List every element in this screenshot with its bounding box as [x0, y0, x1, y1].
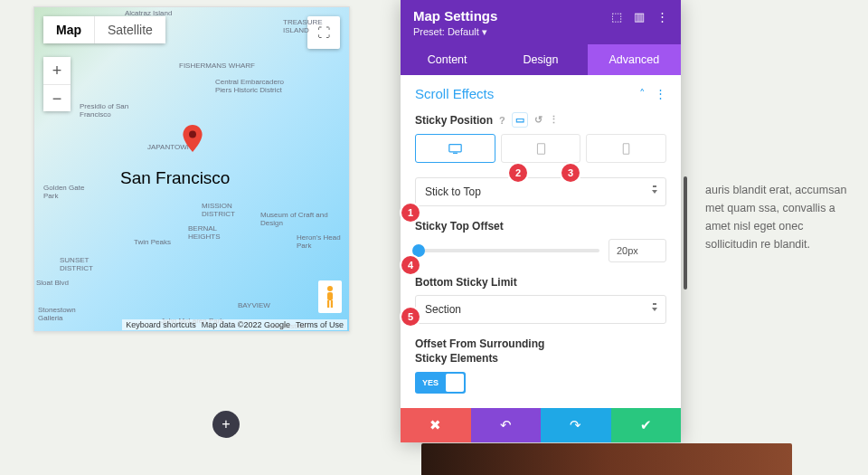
map-label: TREASURE ISLAND: [283, 18, 333, 34]
zoom-out-button[interactable]: −: [43, 84, 71, 111]
responsive-icon[interactable]: ▭: [512, 112, 528, 128]
map-label: Twin Peaks: [134, 238, 171, 246]
annotation-badge-4: 4: [401, 256, 420, 274]
redo-button[interactable]: ↷: [541, 408, 611, 442]
map-label: SUNSET DISTRICT: [60, 256, 105, 272]
terms-link[interactable]: Terms of Use: [296, 320, 344, 329]
svg-rect-4: [331, 300, 333, 308]
svg-rect-5: [449, 144, 461, 151]
svg-rect-8: [623, 143, 629, 153]
annotation-badge-3: 3: [561, 164, 580, 182]
map-label: BERNAL HEIGHTS: [188, 224, 233, 241]
map-label: Stonestown Galleria: [38, 306, 88, 322]
offset-slider[interactable]: [415, 249, 599, 252]
close-button[interactable]: ✖: [401, 408, 471, 442]
map-label: Golden Gate Park: [43, 184, 93, 200]
panel-header: Map Settings Preset: Default ▾ ⬚ ▥ ⋮: [401, 0, 681, 44]
offset-value-input[interactable]: 20px: [609, 239, 666, 262]
zoom-in-button[interactable]: +: [43, 57, 71, 84]
collapse-icon[interactable]: ˄: [639, 87, 646, 100]
add-module-button[interactable]: +: [212, 411, 240, 438]
map-label: Heron's Head Park: [297, 233, 346, 250]
section-menu-icon[interactable]: ⋮: [655, 87, 666, 100]
panel-title: Map Settings: [413, 8, 497, 24]
sticky-position-label: Sticky Position ? ▭ ↺ ⋮: [415, 112, 666, 128]
device-tablet[interactable]: [501, 134, 581, 163]
panel-tabs: Content Design Advanced: [401, 44, 681, 75]
placeholder-text: auris blandit erat, accumsan met quam ss…: [705, 181, 854, 253]
zoom-controls: + −: [43, 57, 71, 111]
preset-selector[interactable]: Preset: Default ▾: [413, 26, 497, 38]
sticky-top-offset-label: Sticky Top Offset: [415, 220, 666, 233]
map-label: MISSION DISTRICT: [202, 202, 247, 218]
tab-content[interactable]: Content: [401, 44, 494, 75]
svg-rect-2: [327, 292, 333, 300]
toggle-knob: [446, 374, 464, 392]
svg-rect-7: [537, 143, 544, 153]
map-canvas[interactable]: Map Satellite ⛶ + − Alcatraz Island TREA…: [34, 7, 349, 331]
map-label: FISHERMANS WHARF: [179, 62, 255, 70]
kebab-menu-icon[interactable]: ⋮: [656, 10, 668, 24]
map-module: Map Satellite ⛶ + − Alcatraz Island TREA…: [33, 6, 350, 332]
map-label: BAYVIEW: [238, 301, 270, 309]
map-label: Alcatraz Island: [125, 9, 172, 17]
expand-icon[interactable]: ⬚: [611, 10, 622, 24]
panel-actions: ✖ ↶ ↷ ✔: [401, 408, 681, 442]
map-type-satellite[interactable]: Satellite: [94, 16, 165, 43]
bottom-sticky-limit-label: Bottom Sticky Limit: [415, 276, 666, 289]
annotation-badge-1: 1: [401, 204, 420, 222]
map-label: Presidio of San Francisco: [80, 102, 134, 119]
device-phone[interactable]: [586, 134, 666, 163]
toggle-yes-label: YES: [417, 378, 439, 387]
svg-point-0: [189, 131, 196, 138]
save-button[interactable]: ✔: [611, 408, 682, 442]
map-label: Museum of Craft and Design: [260, 211, 337, 227]
pegman-icon[interactable]: [318, 280, 342, 313]
tab-advanced[interactable]: Advanced: [588, 44, 681, 75]
map-city-label: San Francisco: [120, 168, 230, 188]
tab-design[interactable]: Design: [494, 44, 587, 75]
reset-icon[interactable]: ↺: [534, 114, 542, 126]
undo-button[interactable]: ↶: [471, 408, 542, 442]
offset-surrounding-toggle[interactable]: YES: [415, 372, 466, 394]
svg-rect-3: [327, 300, 329, 308]
map-label: Sloat Blvd: [36, 279, 69, 287]
image-module-preview: [421, 443, 792, 475]
bottom-limit-select[interactable]: Section: [415, 295, 666, 324]
map-type-controls: Map Satellite: [43, 16, 165, 43]
section-title[interactable]: Scroll Effects: [415, 86, 494, 101]
map-label: Central Embarcadero Piers Historic Distr…: [215, 78, 297, 94]
field-menu-icon[interactable]: ⋮: [549, 114, 559, 126]
text-column-divider: [684, 176, 687, 290]
map-pin-icon: [183, 125, 203, 152]
panel-body: Scroll Effects ˄ ⋮ Sticky Position ? ▭ ↺…: [401, 75, 681, 408]
offset-surrounding-label: Offset From Surrounding Sticky Elements: [415, 337, 569, 366]
svg-point-1: [327, 286, 333, 291]
map-attribution: Keyboard shortcuts Map data ©2022 Google…: [122, 319, 347, 330]
help-icon[interactable]: ▥: [634, 10, 645, 24]
map-type-map[interactable]: Map: [43, 16, 94, 43]
svg-rect-6: [453, 152, 458, 153]
map-data-text: Map data ©2022 Google: [202, 320, 290, 329]
stick-to-select[interactable]: Stick to Top: [415, 177, 666, 206]
annotation-badge-5: 5: [401, 308, 420, 326]
keyboard-shortcuts-link[interactable]: Keyboard shortcuts: [126, 320, 196, 329]
device-selector: [415, 134, 666, 163]
help-icon[interactable]: ?: [499, 115, 505, 126]
annotation-badge-2: 2: [509, 164, 527, 182]
slider-thumb[interactable]: [412, 244, 425, 257]
settings-panel: Map Settings Preset: Default ▾ ⬚ ▥ ⋮ Con…: [401, 0, 681, 442]
device-desktop[interactable]: [415, 134, 495, 163]
